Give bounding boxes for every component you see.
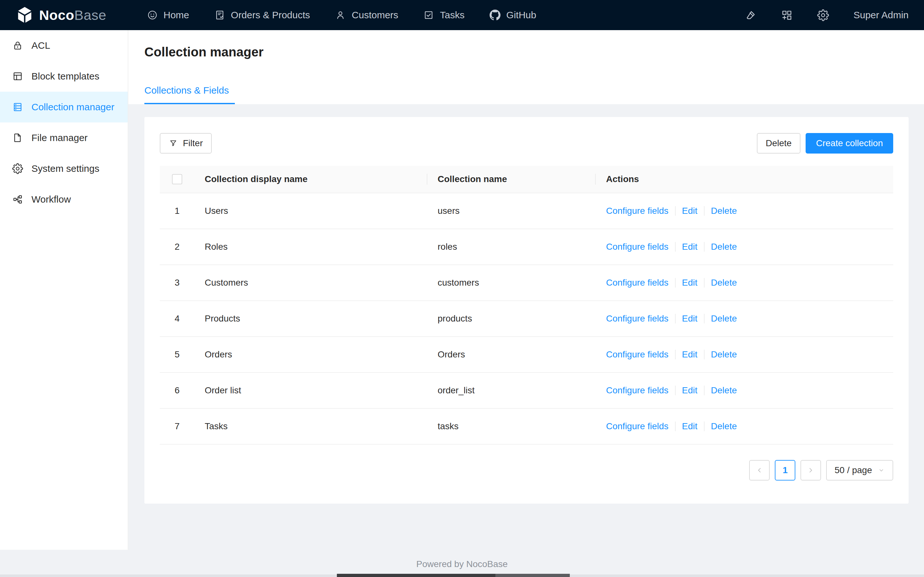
nav-item-label: Customers [352, 10, 398, 21]
edit-link[interactable]: Edit [682, 385, 698, 396]
pagination-page-1[interactable]: 1 [775, 460, 795, 480]
partition-icon [12, 194, 23, 205]
cell-collection-name: customers [427, 277, 596, 288]
sidebar-item-file-manager[interactable]: File manager [0, 122, 128, 153]
delete-link[interactable]: Delete [711, 314, 737, 324]
user-icon [335, 10, 346, 21]
nav-item-label: Home [164, 10, 189, 21]
delete-link[interactable]: Delete [711, 206, 737, 216]
settings-gear-icon[interactable] [817, 9, 829, 21]
action-divider [704, 278, 704, 287]
file-done-icon [214, 10, 225, 21]
edit-link[interactable]: Edit [682, 242, 698, 252]
action-divider [675, 386, 676, 395]
sidebar-item-acl[interactable]: ACL [0, 30, 128, 61]
table-row: 7 Tasks tasks Configure fields Edit Dele… [160, 409, 893, 445]
nav-item-github[interactable]: GitHub [489, 10, 536, 21]
sidebar-item-collection-manager[interactable]: Collection manager [0, 92, 128, 122]
edit-link[interactable]: Edit [682, 277, 698, 288]
delete-link[interactable]: Delete [711, 421, 737, 432]
chevron-right-icon [806, 466, 815, 474]
row-index: 4 [160, 314, 194, 324]
settings-sidebar: ACL Block templates Collection manager F… [0, 30, 128, 550]
delete-link[interactable]: Delete [711, 277, 737, 288]
nocobase-cube-icon [15, 6, 34, 24]
configure-fields-link[interactable]: Configure fields [606, 242, 669, 252]
lock-icon [12, 40, 23, 51]
github-icon [489, 10, 501, 21]
row-index: 1 [160, 206, 194, 216]
toolbar-right: Delete Create collection [757, 133, 893, 153]
nav-item-label: Orders & Products [231, 10, 310, 21]
ui-editor-highlighter-icon[interactable] [745, 9, 756, 21]
filter-funnel-icon [169, 139, 178, 148]
nocobase-logo[interactable]: NocoBase [15, 6, 107, 24]
cell-collection-name: Orders [427, 350, 596, 359]
sidebar-item-label: File manager [31, 132, 87, 143]
row-index: 5 [160, 350, 194, 359]
edit-link[interactable]: Edit [682, 421, 698, 432]
edit-link[interactable]: Edit [682, 350, 698, 359]
plugins-appstore-add-icon[interactable] [781, 9, 793, 21]
logo-text-noco: Noco [39, 7, 74, 23]
page-size-value: 50 / page [835, 465, 872, 475]
edit-link[interactable]: Edit [682, 206, 698, 216]
action-divider [704, 206, 704, 216]
sidebar-item-block-templates[interactable]: Block templates [0, 61, 128, 92]
pagination: 1 50 / page [160, 460, 893, 480]
table-row: 5 Orders Orders Configure fields Edit De… [160, 337, 893, 373]
action-divider [675, 350, 676, 359]
sidebar-item-label: ACL [31, 40, 50, 51]
tab-collections-and-fields[interactable]: Collections & Fields [144, 85, 229, 104]
row-index: 6 [160, 385, 194, 396]
nav-item-customers[interactable]: Customers [335, 10, 398, 21]
action-divider [675, 242, 676, 251]
delete-link[interactable]: Delete [711, 385, 737, 396]
nav-item-tasks[interactable]: Tasks [423, 10, 465, 21]
action-divider [704, 242, 704, 251]
table-row: 1 Users users Configure fields Edit Dele… [160, 193, 893, 229]
pagination-prev-button[interactable] [749, 460, 770, 480]
row-index: 2 [160, 242, 194, 252]
smile-icon [147, 10, 158, 21]
layout-icon [12, 71, 23, 82]
nav-item-home[interactable]: Home [147, 10, 189, 21]
page-header: Collection manager Collections & Fields [128, 30, 924, 104]
select-all-checkbox[interactable] [172, 174, 182, 184]
logo-text: NocoBase [39, 7, 107, 23]
delete-button[interactable]: Delete [757, 133, 801, 153]
sidebar-item-label: Workflow [31, 194, 71, 205]
user-menu[interactable]: Super Admin [853, 10, 909, 21]
action-divider [704, 386, 704, 395]
check-square-icon [423, 10, 434, 21]
logo-text-base: Base [74, 7, 107, 23]
sidebar-item-label: Block templates [31, 71, 99, 82]
sidebar-item-system-settings[interactable]: System settings [0, 153, 128, 184]
sidebar-item-label: Collection manager [31, 102, 114, 113]
configure-fields-link[interactable]: Configure fields [606, 385, 669, 396]
configure-fields-link[interactable]: Configure fields [606, 277, 669, 288]
gear-icon [12, 163, 23, 174]
cell-display-name: Orders [194, 350, 427, 359]
cell-collection-name: users [427, 206, 596, 216]
configure-fields-link[interactable]: Configure fields [606, 421, 669, 432]
action-divider [704, 422, 704, 431]
cell-display-name: Products [194, 314, 427, 324]
filter-button[interactable]: Filter [160, 133, 212, 153]
delete-link[interactable]: Delete [711, 350, 737, 359]
sidebar-item-workflow[interactable]: Workflow [0, 184, 128, 215]
create-collection-label: Create collection [816, 138, 883, 148]
configure-fields-link[interactable]: Configure fields [606, 314, 669, 324]
configure-fields-link[interactable]: Configure fields [606, 350, 669, 359]
table-row: 4 Products products Configure fields Edi… [160, 301, 893, 337]
configure-fields-link[interactable]: Configure fields [606, 206, 669, 216]
edit-link[interactable]: Edit [682, 314, 698, 324]
action-divider [675, 206, 676, 216]
page-size-select[interactable]: 50 / page [826, 460, 893, 480]
pagination-next-button[interactable] [800, 460, 821, 480]
table-header-row: Collection display name Collection name … [160, 166, 893, 193]
content-area: Filter Delete Create collection [128, 104, 924, 577]
delete-link[interactable]: Delete [711, 242, 737, 252]
nav-item-orders-products[interactable]: Orders & Products [214, 10, 310, 21]
create-collection-button[interactable]: Create collection [806, 133, 893, 153]
